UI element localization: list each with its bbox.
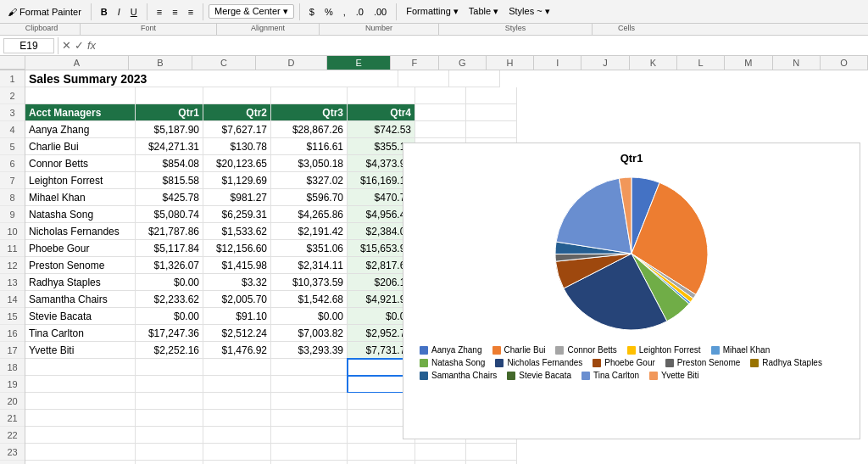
legend-item: Samantha Chairs — [420, 371, 497, 380]
col-header-e[interactable]: E — [327, 56, 391, 70]
legend-color-box — [555, 346, 564, 355]
legend-color-box — [492, 346, 501, 355]
format-painter-button[interactable]: 🖌 Format Painter — [3, 5, 86, 19]
underline-button[interactable]: U — [126, 5, 142, 19]
insert-function-icon[interactable]: fx — [87, 39, 96, 52]
align-left-button[interactable]: ≡ — [153, 5, 166, 19]
legend-item: Charlie Bui — [492, 345, 546, 355]
merge-center-chevron: ▾ — [283, 6, 288, 16]
legend-color-box — [420, 346, 428, 355]
merge-center-button[interactable]: Merge & Center ▾ — [209, 4, 294, 19]
row-num-21: 21 — [0, 410, 25, 427]
header-cell-qtr2[interactable]: Qtr2 — [203, 104, 271, 121]
col-header-j[interactable]: J — [581, 56, 629, 70]
header-cell-qtr4[interactable]: Qtr4 — [348, 104, 415, 121]
chart-title: Qtr1 — [412, 152, 851, 165]
table-label: Table — [469, 6, 491, 16]
row-1: Sales Summary 2023 — [25, 70, 868, 87]
legend-label: Mihael Khan — [723, 345, 771, 355]
col-header-h[interactable]: H — [487, 56, 534, 70]
table-row: Aanya Zhang$5,187.90$7,627.17$28,867.26$… — [25, 121, 868, 138]
legend-item: Yvette Biti — [649, 371, 698, 380]
header-cell-acct-managers[interactable]: Acct Managers — [25, 104, 136, 121]
col-header-m[interactable]: M — [725, 56, 772, 70]
percent-button[interactable]: % — [320, 5, 337, 19]
col-header-f[interactable]: F — [391, 56, 438, 70]
italic-button[interactable]: I — [114, 5, 125, 19]
legend-label: Phoebe Gour — [604, 358, 655, 367]
decrease-decimal-button[interactable]: .00 — [370, 5, 391, 19]
row-num-2: 2 — [0, 87, 25, 104]
currency-button[interactable]: $ — [305, 5, 319, 19]
chart-container[interactable]: Qtr1 Aanya ZhangCharlie BuiConnor BettsL… — [403, 143, 860, 439]
col-header-b[interactable]: B — [129, 56, 192, 70]
confirm-formula-icon[interactable]: ✓ — [75, 39, 84, 52]
spreadsheet-area: 1234567891011121314151617181920212223242… — [0, 70, 868, 464]
legend-label: Tina Carlton — [593, 371, 639, 380]
legend-item: Natasha Song — [420, 358, 485, 367]
legend-label: Nicholas Fernandes — [507, 358, 582, 367]
row-num-15: 15 — [0, 308, 25, 325]
legend-color-box — [581, 372, 590, 380]
legend-item: Tina Carlton — [581, 371, 639, 380]
row-num-17: 17 — [0, 342, 25, 359]
legend-label: Radhya Staples — [762, 358, 822, 367]
styles-button[interactable]: Styles ~ ▾ — [504, 4, 554, 19]
legend-color-box — [593, 359, 601, 367]
legend-label: Yvette Biti — [661, 371, 698, 380]
pie-chart — [547, 169, 716, 338]
chart-legend: Aanya ZhangCharlie BuiConnor BettsLeight… — [420, 345, 843, 380]
legend-label: Stevie Bacata — [519, 371, 571, 380]
legend-item: Stevie Bacata — [507, 371, 571, 380]
legend-label: Preston Senome — [677, 358, 741, 367]
comma-button[interactable]: , — [339, 5, 350, 19]
col-header-l[interactable]: L — [677, 56, 725, 70]
clipboard-label: Clipboard — [3, 24, 80, 35]
legend-color-box — [750, 359, 759, 367]
formula-bar: ✕ ✓ fx — [0, 36, 868, 56]
table-button[interactable]: Table ▾ — [465, 4, 503, 19]
styles-label: Styles ~ — [509, 6, 542, 16]
legend-item: Leighton Forrest — [627, 345, 701, 355]
col-header-i[interactable]: I — [534, 56, 581, 70]
row-3-headers: Acct ManagersQtr1Qtr2Qtr3Qtr4 — [25, 104, 868, 121]
merge-center-label: Merge & Center — [214, 6, 281, 16]
cancel-formula-icon[interactable]: ✕ — [62, 39, 71, 52]
cell-reference-box[interactable] — [3, 38, 54, 53]
bold-button[interactable]: B — [97, 5, 112, 19]
row-num-9: 9 — [0, 206, 25, 223]
legend-label: Connor Betts — [567, 345, 616, 355]
legend-color-box — [627, 346, 636, 355]
legend-item: Connor Betts — [555, 345, 616, 355]
pie-slice-tina-carlton — [556, 178, 632, 254]
col-header-c[interactable]: C — [192, 56, 256, 70]
col-header-k[interactable]: K — [630, 56, 677, 70]
row-num-7: 7 — [0, 172, 25, 189]
row-num-24: 24 — [0, 461, 25, 464]
chart-body: Aanya ZhangCharlie BuiConnor BettsLeight… — [412, 169, 851, 380]
legend-label: Natasha Song — [431, 358, 485, 367]
legend-color-box — [507, 372, 515, 380]
legend-label: Samantha Chairs — [431, 371, 497, 380]
align-right-button[interactable]: ≡ — [184, 5, 198, 19]
header-cell-qtr3[interactable]: Qtr3 — [271, 104, 348, 121]
legend-label: Aanya Zhang — [431, 345, 482, 355]
row-num-13: 13 — [0, 274, 25, 291]
col-header-o[interactable]: O — [821, 56, 868, 70]
formatting-button[interactable]: Formatting ▾ — [402, 4, 463, 19]
header-cell-qtr1[interactable]: Qtr1 — [136, 104, 203, 121]
col-header-a[interactable]: A — [25, 56, 129, 70]
number-label: Number — [320, 24, 438, 35]
legend-label: Leighton Forrest — [639, 345, 701, 355]
styles-group-label: Styles — [439, 24, 592, 35]
col-header-d[interactable]: D — [256, 56, 327, 70]
align-center-button[interactable]: ≡ — [168, 5, 181, 19]
increase-decimal-button[interactable]: .0 — [352, 5, 368, 19]
col-header-n[interactable]: N — [773, 56, 821, 70]
row-numbers: 1234567891011121314151617181920212223242… — [0, 70, 25, 464]
row-number-header — [0, 56, 25, 70]
formula-input[interactable] — [99, 39, 865, 53]
col-header-g[interactable]: G — [439, 56, 487, 70]
legend-item: Radhya Staples — [750, 358, 822, 367]
row-num-20: 20 — [0, 393, 25, 410]
